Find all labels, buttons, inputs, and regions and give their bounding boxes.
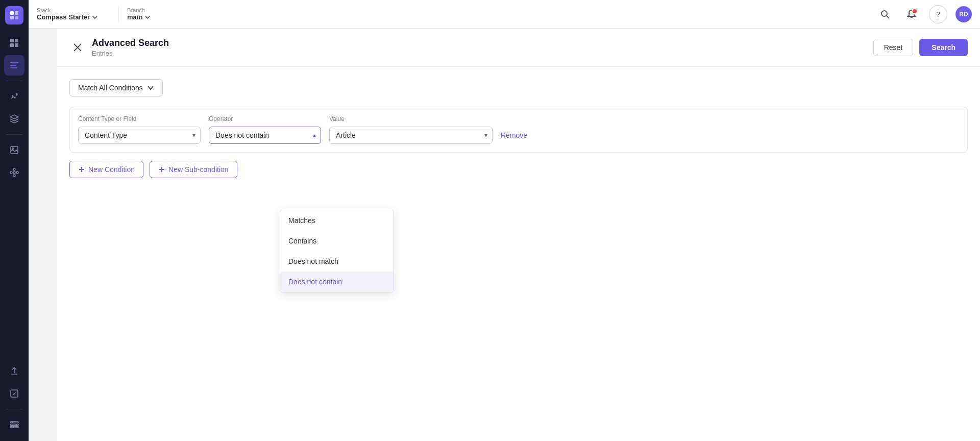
svg-point-12: [14, 97, 16, 99]
sidebar-item-layers[interactable]: [4, 109, 24, 129]
search-button[interactable]: Search: [919, 39, 968, 56]
sidebar-divider-3: [6, 409, 22, 409]
new-sub-condition-label: New Sub-condition: [168, 165, 229, 174]
value-wrapper: Article ▾: [329, 127, 493, 144]
operator-dropdown-menu: Matches Contains Does not match Does not…: [280, 210, 394, 292]
search-body: Match All Conditions Content Type or Fie…: [57, 67, 980, 441]
search-subtitle: Entries: [92, 50, 873, 57]
svg-point-28: [881, 11, 887, 16]
stack-info: Stack Compass Starter: [37, 7, 98, 21]
sidebar-divider-2: [6, 134, 22, 135]
remove-link[interactable]: Remove: [501, 131, 527, 139]
sidebar-item-analytics[interactable]: [4, 86, 24, 107]
svg-rect-4: [10, 39, 14, 42]
condition-headers: Content Type or Field Operator Value: [78, 115, 959, 122]
svg-point-25: [12, 422, 13, 423]
svg-rect-7: [15, 43, 18, 47]
sidebar-item-settings[interactable]: [4, 414, 24, 435]
advanced-search-header: Advanced Search Entries Reset Search: [57, 29, 980, 67]
svg-point-17: [10, 172, 12, 174]
dropdown-item-contains[interactable]: Contains: [280, 231, 394, 251]
sidebar-item-dashboard[interactable]: [4, 33, 24, 53]
svg-rect-1: [15, 11, 18, 15]
svg-point-11: [12, 95, 14, 97]
sidebar-item-extensions[interactable]: [4, 162, 24, 183]
new-condition-button[interactable]: New Condition: [69, 161, 143, 178]
header-value: Value: [329, 115, 493, 122]
sidebar-divider-1: [6, 81, 22, 81]
header-actions: Reset Search: [873, 39, 968, 56]
nav-divider: [118, 7, 119, 22]
help-icon[interactable]: ?: [929, 5, 947, 23]
dropdown-item-does-not-match[interactable]: Does not match: [280, 251, 394, 272]
dropdown-item-matches[interactable]: Matches: [280, 210, 394, 231]
svg-rect-9: [10, 65, 16, 66]
stack-name[interactable]: Compass Starter: [37, 13, 98, 21]
search-icon[interactable]: [876, 5, 894, 23]
notification-icon[interactable]: [902, 5, 921, 23]
condition-row: Content Type ▾ Does not contain ▴: [78, 127, 959, 144]
svg-point-26: [16, 424, 17, 426]
operator-wrapper: Does not contain ▴: [209, 127, 321, 144]
sidebar-item-deploy[interactable]: [4, 361, 24, 381]
svg-point-18: [16, 172, 18, 174]
svg-rect-2: [10, 16, 14, 19]
user-avatar[interactable]: RD: [955, 6, 972, 22]
svg-rect-23: [10, 424, 18, 426]
content-type-select[interactable]: Content Type: [78, 127, 201, 144]
new-condition-label: New Condition: [88, 165, 135, 174]
svg-point-13: [16, 93, 18, 95]
svg-rect-6: [10, 43, 14, 47]
value-select[interactable]: Article: [329, 127, 493, 144]
sidebar-item-tasks[interactable]: [4, 383, 24, 404]
app-logo[interactable]: [5, 6, 23, 24]
match-conditions-button[interactable]: Match All Conditions: [69, 79, 163, 96]
close-button[interactable]: [69, 39, 86, 56]
condition-container: Content Type or Field Operator Value Con…: [69, 107, 968, 153]
stack-label: Stack: [37, 7, 98, 13]
branch-label: Branch: [127, 7, 151, 13]
page-title: Advanced Search: [92, 38, 873, 48]
main-content: Advanced Search Entries Reset Search Mat…: [57, 29, 980, 441]
sidebar: [0, 0, 29, 441]
branch-name[interactable]: main: [127, 13, 151, 21]
dropdown-item-does-not-contain[interactable]: Does not contain: [280, 272, 394, 292]
action-buttons: New Condition New Sub-condition: [69, 161, 968, 178]
svg-rect-3: [15, 16, 18, 19]
svg-rect-8: [10, 62, 18, 63]
content-type-wrapper: Content Type ▾: [78, 127, 201, 144]
new-sub-condition-button[interactable]: New Sub-condition: [150, 161, 237, 178]
header-operator: Operator: [209, 115, 321, 122]
branch-info: Branch main: [127, 7, 151, 21]
sidebar-item-entries[interactable]: [4, 55, 24, 76]
svg-rect-5: [15, 39, 18, 42]
svg-point-19: [13, 168, 15, 170]
svg-rect-24: [10, 427, 18, 428]
svg-rect-0: [10, 11, 14, 15]
search-title-block: Advanced Search Entries: [92, 38, 873, 57]
svg-rect-10: [10, 67, 17, 68]
header-content-type: Content Type or Field: [78, 115, 201, 122]
svg-point-27: [13, 426, 14, 428]
svg-point-20: [13, 175, 15, 177]
operator-select[interactable]: Does not contain: [209, 127, 321, 144]
nav-icons: ? RD: [876, 5, 972, 23]
sidebar-item-assets[interactable]: [4, 140, 24, 160]
top-navigation: Stack Compass Starter Branch main: [29, 0, 980, 29]
svg-point-16: [13, 172, 15, 174]
svg-rect-22: [10, 422, 18, 423]
reset-button[interactable]: Reset: [873, 39, 914, 56]
